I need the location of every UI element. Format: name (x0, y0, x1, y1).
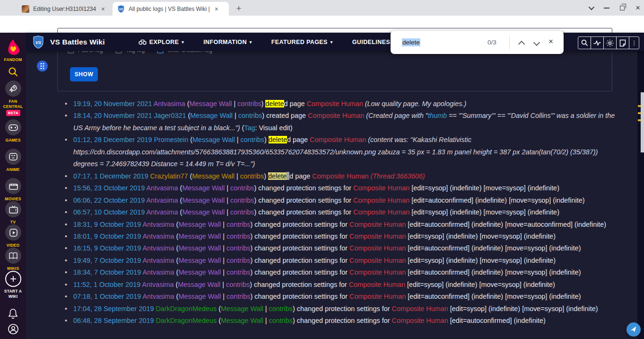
log-link[interactable]: contribs (269, 305, 293, 312)
log-link[interactable]: contribs (226, 221, 250, 228)
tab-public-logs[interactable]: VS All public logs | VS Battles Wiki | × (113, 2, 229, 16)
anime-icon[interactable] (5, 149, 21, 165)
more-options-icon[interactable]: ⋮ (629, 36, 639, 49)
log-link[interactable]: Tag (244, 124, 255, 132)
wikis-icon[interactable] (5, 248, 21, 264)
log-link[interactable]: Message Wall (178, 221, 221, 228)
log-link[interactable]: contribs (240, 172, 264, 180)
log-link[interactable]: Composite Human (349, 268, 406, 276)
show-button[interactable]: SHOW (70, 67, 98, 81)
log-link[interactable]: 19:19, 20 November 2021 (73, 100, 154, 107)
log-link[interactable]: contribs (226, 281, 250, 288)
log-link[interactable]: Composite Human (353, 196, 409, 204)
log-link[interactable]: Antvasima (142, 281, 174, 288)
log-link[interactable]: Antvasima (142, 257, 174, 264)
log-link[interactable]: 06:48, 28 September 2019 (73, 317, 156, 324)
log-link[interactable]: 16:15, 9 October 2019 (73, 244, 142, 252)
page-note-icon[interactable] (616, 36, 629, 49)
find-close-icon[interactable]: × (548, 37, 553, 46)
theme-sun-icon[interactable] (603, 36, 617, 49)
log-link[interactable]: DarkDragonMedeus (156, 317, 217, 324)
tab-close-icon[interactable]: × (214, 5, 219, 13)
nav-item-featured-pages[interactable]: FEATURED PAGES▾ (271, 39, 333, 45)
log-link[interactable]: Antvasima (142, 221, 174, 228)
log-link[interactable]: Composite Human (349, 232, 406, 240)
log-link[interactable]: contribs (226, 293, 250, 300)
log-link[interactable]: 18:34, 7 October 2019 (73, 268, 142, 276)
log-link[interactable]: 06:57, 10 October 2019 (73, 208, 146, 216)
log-link[interactable]: Antvasima (142, 232, 174, 240)
fandom-logo[interactable] (6, 39, 20, 56)
log-link[interactable]: contribs (226, 232, 250, 240)
log-link[interactable]: 06:06, 22 October 2019 (73, 196, 146, 204)
log-link[interactable]: Message Wall (182, 208, 225, 216)
quick-tools-button[interactable] (37, 61, 48, 71)
log-link[interactable]: Message Wall (190, 100, 232, 107)
log-link[interactable]: Antvasima (146, 184, 178, 192)
minimize-button[interactable] (599, 0, 615, 16)
log-link[interactable]: Message Wall (178, 281, 220, 288)
log-link[interactable]: 07:18, 1 October 2019 (73, 293, 142, 300)
video-icon[interactable] (5, 224, 21, 241)
log-link[interactable]: Message Wall (221, 317, 263, 324)
log-link[interactable]: contribs (230, 184, 254, 192)
movies-icon[interactable] (5, 178, 21, 194)
log-link[interactable]: Message Wall (178, 257, 221, 264)
log-link[interactable]: Composite Human (392, 317, 448, 324)
log-link[interactable]: Composite Human (349, 221, 406, 228)
log-link[interactable]: 01:12, 28 December 2019 (73, 136, 154, 143)
log-link[interactable]: Message Wall (178, 232, 221, 240)
close-window-button[interactable]: × (630, 0, 644, 16)
log-link[interactable]: Message Wall (190, 112, 233, 119)
log-link[interactable]: Message Wall (178, 293, 221, 300)
log-link[interactable]: 19:49, 7 October 2019 (73, 257, 142, 264)
log-link[interactable]: Antvasima (154, 100, 185, 107)
log-link[interactable]: Composite Human (349, 281, 405, 288)
log-link[interactable]: (Thread:3663606) (368, 172, 425, 180)
restore-window-button[interactable] (614, 0, 630, 16)
log-link[interactable]: DarkDragonMedeus (156, 305, 217, 312)
log-link[interactable]: Antvasima (142, 244, 174, 252)
fan-central-icon[interactable] (5, 80, 21, 97)
new-tab-button[interactable]: + (233, 2, 245, 15)
activity-pulse-icon[interactable] (591, 36, 604, 49)
log-link[interactable]: contribs (230, 208, 254, 216)
log-link[interactable]: 18:01, 9 October 2019 (73, 232, 142, 240)
tab-close-icon[interactable]: × (100, 5, 106, 13)
nav-item-explore[interactable]: EXPLORE▾ (139, 39, 184, 45)
log-link[interactable]: Composite Human (349, 293, 406, 300)
start-wiki-icon[interactable] (5, 271, 21, 287)
log-link[interactable]: Promestein (154, 136, 188, 143)
log-link[interactable]: Composite Human (353, 208, 409, 216)
find-previous-icon[interactable] (518, 41, 525, 47)
log-link[interactable]: 18:14, 20 November 2021 (73, 112, 154, 119)
log-link[interactable]: Jager0321 (154, 112, 186, 119)
log-link[interactable]: Composite Human (312, 172, 368, 180)
log-link[interactable]: 17:04, 28 September 2019 (73, 305, 156, 312)
log-link[interactable]: contribs (226, 257, 250, 264)
log-link[interactable]: Composite Human (310, 136, 366, 143)
rail-search-icon[interactable] (8, 67, 18, 77)
nav-item-information[interactable]: INFORMATION▾ (203, 39, 252, 45)
nav-item-guidelines[interactable]: GUIDELINES▾ (352, 39, 395, 45)
fandom-shortcuts-button[interactable] (627, 322, 641, 337)
log-link[interactable]: 15:56, 23 October 2019 (73, 184, 146, 192)
tab-editing-user[interactable]: Editing User:H3110I12345I20/C × (17, 2, 111, 16)
log-link[interactable]: Composite Human (308, 112, 364, 119)
log-link[interactable]: contribs (237, 100, 261, 107)
log-link[interactable]: Antvasima (142, 268, 174, 276)
notifications-bell-icon[interactable] (8, 308, 18, 319)
scrollbar-thumb[interactable] (641, 92, 644, 152)
log-link[interactable]: Composite Human (349, 257, 406, 264)
log-link[interactable]: Message Wall (178, 268, 221, 276)
profile-icon[interactable] (8, 323, 19, 335)
log-link[interactable]: 07:17, 1 December 2019 (73, 172, 150, 180)
log-link[interactable]: contribs (230, 196, 254, 204)
log-link[interactable]: thumb (428, 112, 447, 119)
find-next-icon[interactable] (533, 39, 540, 46)
log-link[interactable]: Antvasima (142, 293, 174, 300)
log-link[interactable]: contribs (226, 268, 250, 276)
log-link[interactable]: Composite Human (392, 305, 448, 312)
log-link[interactable]: Composite Human (307, 100, 363, 107)
log-link[interactable]: Antvasima (146, 208, 178, 216)
